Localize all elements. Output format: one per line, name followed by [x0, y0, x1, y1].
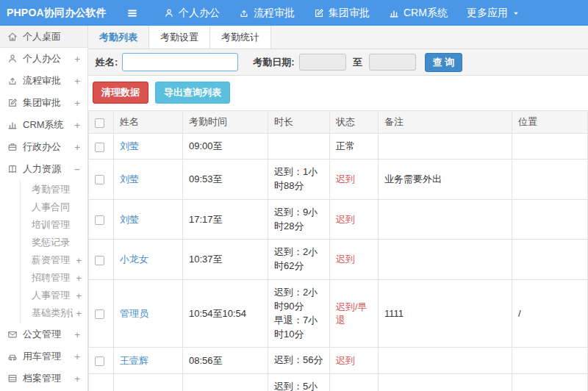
sidebar-item-label: 公文管理 — [23, 328, 71, 341]
share-icon — [7, 76, 18, 86]
nav-item-label: 更多应用 — [467, 7, 508, 20]
nav-item-3[interactable]: CRM系统 — [379, 0, 457, 26]
row-select-cell — [89, 134, 114, 159]
remark-cell — [379, 348, 512, 374]
sidebar-subitem-0[interactable]: 考勤管理 — [21, 181, 87, 198]
nav-item-4[interactable]: 更多应用 — [457, 0, 529, 26]
export-list-button[interactable]: 导出查询列表 — [155, 82, 230, 104]
book-icon — [7, 164, 18, 174]
menu-toggle-icon[interactable] — [126, 7, 138, 19]
nav-item-label: CRM系统 — [404, 7, 448, 20]
date-to-input[interactable] — [369, 54, 416, 71]
sidebar-subitem-label: 奖惩记录 — [32, 236, 79, 249]
status-cell: 迟到 — [330, 159, 379, 200]
remark-cell — [379, 240, 512, 280]
sidebar-subitem-7[interactable]: 基础类别设置+ — [21, 304, 87, 322]
row-checkbox[interactable] — [95, 309, 104, 319]
employee-name-link[interactable]: 刘莹 — [120, 214, 139, 225]
status-cell: 迟到 — [330, 199, 379, 240]
toolbar: 清理数据 导出查询列表 — [88, 76, 588, 110]
row-select-cell — [89, 199, 114, 240]
duration-cell: 迟到：9小时28分 — [268, 199, 330, 240]
employee-name-link[interactable]: 刘莹 — [120, 140, 139, 151]
tab-0[interactable]: 考勤列表 — [88, 26, 149, 49]
sidebar-item-8[interactable]: 用车管理+ — [0, 345, 87, 367]
date-from-input[interactable] — [299, 54, 346, 71]
main-content: 考勤列表考勤设置考勤统计 姓名: 考勤日期: 至 查 询 清理数据 导出查询列表… — [88, 26, 588, 391]
chart-icon — [7, 120, 18, 130]
expand-toggle-icon: − — [71, 164, 83, 175]
person-icon — [164, 8, 174, 18]
sidebar-item-4[interactable]: CRM系统+ — [0, 114, 87, 136]
sidebar-item-1[interactable]: 个人办公+ — [0, 48, 87, 70]
clean-data-button[interactable]: 清理数据 — [93, 82, 148, 104]
sidebar-item-2[interactable]: 流程审批+ — [0, 70, 87, 92]
expand-toggle-icon: + — [71, 351, 83, 362]
row-select-cell — [89, 240, 114, 280]
name-cell: 管理员 — [114, 280, 183, 348]
date-to-separator: 至 — [353, 56, 362, 69]
name-cell: 黄蓉 — [114, 374, 183, 391]
tab-1[interactable]: 考勤设置 — [149, 26, 210, 49]
row-checkbox[interactable] — [95, 143, 104, 152]
nav-item-label: 流程审批 — [254, 7, 295, 20]
row-checkbox[interactable] — [95, 175, 104, 184]
sidebar-subitem-label: 人事合同 — [32, 201, 79, 214]
row-checkbox[interactable] — [95, 215, 104, 225]
status-cell: 正常 — [330, 134, 379, 159]
table-row: 刘莹09:53至迟到：1小时88分迟到业务需要外出 — [89, 159, 588, 200]
location-cell — [512, 240, 588, 280]
remark-cell — [379, 134, 512, 159]
sidebar: 个人桌面个人办公+流程审批+集团审批+CRM系统+行政办公+人力资源−考勤管理人… — [0, 26, 88, 391]
sidebar-submenu: 考勤管理人事合同培训管理奖惩记录薪资管理+招聘管理+人事管理+基础类别设置+ — [20, 180, 87, 323]
sidebar-item-0[interactable]: 个人桌面 — [0, 26, 87, 48]
table-row: 管理员10:54至10:54迟到：2小时90分 早退：7小时10分迟到/早退11… — [89, 280, 588, 348]
employee-name-link[interactable]: 管理员 — [120, 308, 148, 319]
sidebar-item-6[interactable]: 人力资源− — [0, 158, 87, 180]
sidebar-subitem-6[interactable]: 人事管理+ — [21, 287, 87, 304]
employee-name-link[interactable]: 小龙女 — [120, 254, 148, 265]
name-cell: 刘莹 — [114, 199, 183, 240]
app-logo: PHPOA协同办公软件 — [0, 7, 93, 20]
tab-2[interactable]: 考勤统计 — [210, 26, 271, 49]
employee-name-link[interactable]: 王壹辉 — [120, 355, 148, 366]
duration-cell: 迟到：56分 — [268, 348, 330, 374]
sidebar-subitem-4[interactable]: 薪资管理+ — [21, 251, 87, 269]
row-checkbox[interactable] — [95, 356, 104, 366]
row-select-cell — [89, 159, 114, 200]
sidebar-item-9[interactable]: 档案管理+ — [0, 367, 87, 390]
table-row: 小龙女10:37至迟到：2小时62分迟到 — [89, 240, 588, 280]
caret-down-icon — [512, 10, 520, 17]
select-all-checkbox[interactable] — [95, 118, 104, 128]
nav-item-1[interactable]: 流程审批 — [229, 0, 304, 26]
nav-item-2[interactable]: 集团审批 — [304, 0, 379, 26]
name-label: 姓名: — [96, 56, 118, 69]
sidebar-item-5[interactable]: 行政办公+ — [0, 136, 87, 158]
sidebar-item-3[interactable]: 集团审批+ — [0, 92, 87, 114]
mail-icon — [7, 329, 18, 340]
name-input[interactable] — [122, 53, 238, 71]
expand-toggle-icon: + — [71, 54, 83, 65]
query-button[interactable]: 查 询 — [425, 53, 463, 72]
sidebar-subitem-3[interactable]: 奖惩记录 — [21, 234, 87, 251]
sidebar-item-7[interactable]: 公文管理+ — [0, 323, 87, 345]
row-checkbox[interactable] — [95, 256, 104, 265]
status-cell: 迟到/早退 — [330, 374, 379, 391]
sidebar-item-label: 行政办公 — [23, 140, 71, 154]
nav-item-0[interactable]: 个人办公 — [154, 0, 229, 26]
remark-cell: 1111 — [379, 280, 512, 348]
sidebar-subitem-label: 培训管理 — [32, 218, 79, 232]
remark-cell — [379, 199, 512, 240]
sidebar-subitem-5[interactable]: 招聘管理+ — [21, 269, 87, 287]
sidebar-subitem-2[interactable]: 培训管理 — [21, 216, 87, 234]
expand-toggle-icon: + — [73, 255, 87, 266]
name-cell: 小龙女 — [114, 240, 183, 280]
time-cell: 09:53至 — [183, 159, 268, 200]
sidebar-subitem-1[interactable]: 人事合同 — [21, 198, 87, 216]
archive-icon — [7, 373, 18, 384]
attendance-table: 姓名考勤时间时长状态备注位置 刘莹09:00至正常刘莹09:53至迟到：1小时8… — [88, 110, 588, 391]
employee-name-link[interactable]: 刘莹 — [120, 173, 139, 184]
table-row: 刘莹17:17至迟到：9小时28分迟到 — [89, 199, 588, 240]
sidebar-subitem-label: 基础类别设置 — [32, 306, 73, 320]
time-cell: 13:20至13:20 — [183, 374, 268, 391]
